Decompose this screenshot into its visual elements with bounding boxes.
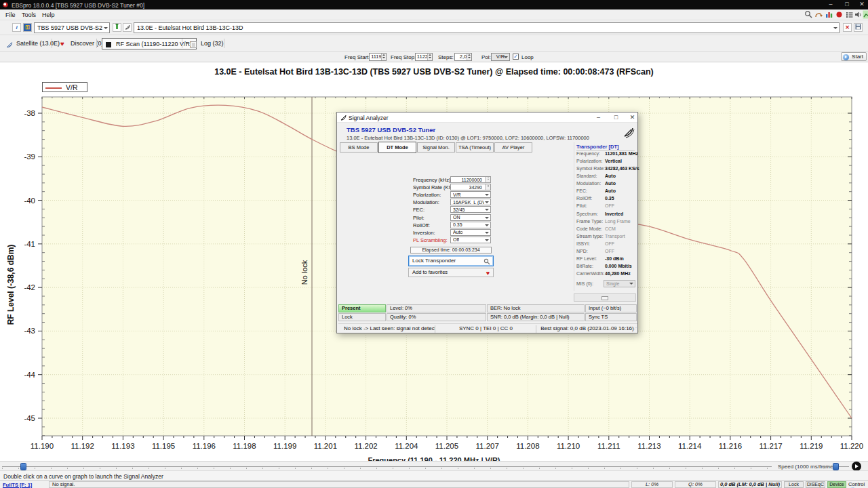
form-field-polarization[interactable]: V/R bbox=[450, 191, 491, 198]
chevron-down-icon bbox=[833, 27, 837, 31]
chevron-down-icon bbox=[485, 232, 489, 236]
status-cell-present: Present bbox=[338, 304, 386, 312]
form-field-symbol-rate-ks-s[interactable]: 34290 bbox=[450, 184, 491, 190]
transponder-label: RollOff: bbox=[576, 196, 592, 201]
analyzer-tab-bs-mode[interactable]: BS Mode bbox=[340, 142, 378, 152]
freq-start-input[interactable]: 11190 bbox=[369, 53, 387, 61]
pol-select[interactable]: V/R bbox=[491, 53, 510, 61]
spinner-icon[interactable] bbox=[381, 54, 386, 60]
satellite-select[interactable]: 13.0E - Eutelsat Hot Bird 13B-13C-13D bbox=[134, 22, 840, 33]
spinner-icon[interactable] bbox=[427, 54, 432, 60]
save-icon[interactable] bbox=[854, 23, 863, 32]
x-tick-label: 11.211 bbox=[597, 442, 620, 450]
form-label: RollOff: bbox=[413, 222, 430, 228]
device-button[interactable]: Device bbox=[827, 481, 846, 488]
play-button[interactable] bbox=[852, 462, 861, 471]
transponder-label: NPD: bbox=[576, 249, 588, 253]
steps-input[interactable]: 2,0 bbox=[454, 53, 472, 61]
dialog-titlebar[interactable]: Signal Analyzer – □ ✕ bbox=[337, 113, 637, 123]
form-field-modulation[interactable]: 16APSK_L (DVB-S2X bbox=[450, 199, 491, 205]
legend-line-sample bbox=[45, 87, 62, 89]
form-field-pl-scrambling[interactable]: Off bbox=[450, 237, 491, 243]
tab-label: Satellite (13.0E) bbox=[16, 40, 60, 47]
signal-meter-icon[interactable] bbox=[863, 10, 868, 19]
fullts-link[interactable]: FullTS [F: 1] bbox=[3, 482, 32, 488]
power-icon[interactable] bbox=[113, 23, 121, 32]
y-tick-label: -42 bbox=[24, 283, 35, 291]
analyzer-tab-av-player[interactable]: AV Player bbox=[494, 142, 532, 152]
diseqc-button[interactable]: DiSEqC bbox=[806, 481, 825, 488]
tab-log[interactable]: Log (32) bbox=[187, 38, 228, 49]
mis-select[interactable]: Single bbox=[604, 280, 635, 287]
chart-icon[interactable] bbox=[825, 10, 833, 19]
transponder-value: Long Frame bbox=[605, 219, 631, 224]
resize-grip[interactable]: ⋰ bbox=[632, 327, 637, 332]
form-field-frequency-khz[interactable]: 11200000 bbox=[450, 176, 491, 183]
form-field-pilot[interactable]: ON bbox=[450, 214, 491, 221]
transponder-row: Pilot:OFF bbox=[576, 203, 636, 211]
transponder-row: Symbol Rate:34282,463 KS/s bbox=[576, 166, 636, 174]
x-tick-label: 11.217 bbox=[759, 442, 782, 450]
form-field-value: 16APSK_L (DVB-S2X bbox=[453, 200, 484, 205]
tab-satellite[interactable]: Satellite (13.0E) bbox=[3, 38, 64, 49]
start-button[interactable]: Start bbox=[841, 52, 867, 61]
tab-discover[interactable]: ♥ Discover (0) bbox=[57, 38, 108, 49]
transponder-label: Modulation: bbox=[576, 181, 601, 186]
add-to-favorites-button[interactable]: Add to favorites ♥ bbox=[408, 268, 494, 277]
spinner-icon[interactable] bbox=[467, 54, 471, 60]
analyzer-tab-dt-mode[interactable]: DT Mode bbox=[378, 142, 416, 153]
analyzer-logo-dish-icon bbox=[622, 125, 635, 139]
speaker-icon[interactable] bbox=[854, 10, 863, 19]
timeline-slider-ticks bbox=[2, 468, 772, 469]
analyzer-form-row: RollOff:0.35 bbox=[337, 222, 568, 229]
form-field-value: Auto bbox=[453, 230, 462, 235]
tab-rf-scan[interactable]: RF Scan (11190-11220 V/R) bbox=[102, 38, 197, 49]
dialog-minimize-button[interactable]: – bbox=[593, 113, 604, 122]
transponder-row: FEC:Auto bbox=[576, 188, 636, 196]
loop-checkbox[interactable]: ✓ bbox=[513, 54, 519, 60]
lock-button[interactable]: Lock bbox=[784, 481, 804, 488]
spinner-icon[interactable] bbox=[485, 177, 490, 182]
speed-slider-thumb[interactable] bbox=[833, 463, 839, 470]
form-field-inversion[interactable]: Auto bbox=[450, 229, 491, 236]
timeline-slider-thumb[interactable] bbox=[20, 463, 26, 470]
freq-stop-input[interactable]: 11220 bbox=[415, 53, 433, 61]
unlock-icon[interactable]: ⚿ bbox=[23, 23, 32, 32]
no-lock-annotation: No lock bbox=[300, 260, 309, 285]
hint-text: Double click on a curve on graph to laun… bbox=[3, 473, 163, 480]
dialog-close-button[interactable]: ✕ bbox=[627, 113, 638, 122]
window-close-button[interactable]: ✕ bbox=[856, 0, 868, 9]
analyzer-tab-tsa-timeout-[interactable]: TSA (Timeout) bbox=[456, 142, 494, 152]
dialog-maximize-button[interactable]: □ bbox=[610, 113, 622, 122]
analyzer-tab-signal-mon-[interactable]: Signal Mon. bbox=[417, 142, 455, 152]
form-field-fec[interactable]: 32/45 bbox=[450, 206, 491, 213]
collapse-panel-button[interactable] bbox=[574, 293, 636, 302]
y-tick-label: -39 bbox=[24, 152, 35, 161]
info-icon[interactable]: i bbox=[12, 23, 21, 32]
lock-transponder-button[interactable]: Lock Transponder bbox=[408, 256, 494, 266]
menu-file[interactable]: File bbox=[3, 11, 18, 19]
zoom-search-icon[interactable] bbox=[804, 10, 813, 19]
list-icon[interactable] bbox=[845, 10, 854, 19]
level-cell: L: 0% bbox=[631, 481, 673, 488]
tuner-select[interactable]: TBS 5927 USB DVB-S2 Tuner bbox=[34, 22, 110, 33]
signal-status-cell: No signal. bbox=[49, 481, 629, 488]
form-field-rolloff[interactable]: 0.35 bbox=[450, 222, 491, 228]
control-menu-button[interactable]: Control bbox=[848, 481, 868, 488]
spinner-icon[interactable] bbox=[485, 184, 490, 190]
menu-help[interactable]: Help bbox=[39, 11, 58, 19]
window-minimize-button[interactable]: – bbox=[825, 0, 837, 9]
menu-tools[interactable]: Tools bbox=[19, 11, 39, 19]
record-icon[interactable] bbox=[835, 10, 844, 19]
status-cell-sync-ts: Sync TS bbox=[585, 313, 637, 321]
dish-icon[interactable] bbox=[123, 23, 132, 32]
form-label: Inversion: bbox=[413, 230, 435, 236]
chevron-down-icon bbox=[485, 201, 489, 205]
menu-bar: File Tools Help bbox=[0, 9, 868, 20]
redo-arrow-icon[interactable] bbox=[814, 10, 823, 19]
window-maximize-button[interactable]: □ bbox=[841, 0, 853, 9]
x-tick-label: 11.204 bbox=[395, 442, 418, 450]
timeline-slider-track[interactable] bbox=[2, 466, 772, 467]
delete-icon[interactable]: ✕ bbox=[843, 23, 852, 32]
log-icon bbox=[191, 41, 197, 47]
